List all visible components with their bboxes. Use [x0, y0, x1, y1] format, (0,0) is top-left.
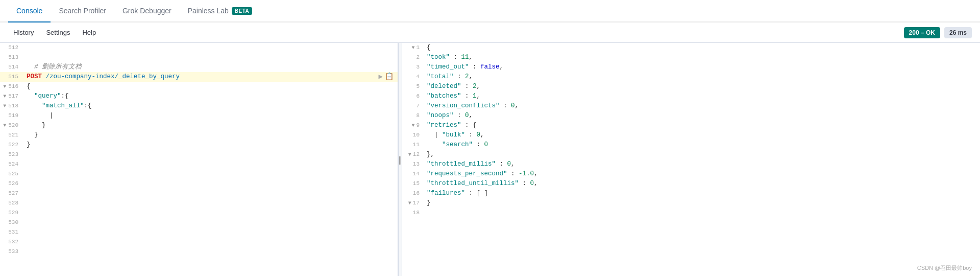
line-num: 16: [406, 189, 425, 198]
line-num: 18: [406, 208, 425, 218]
help-button[interactable]: Help: [77, 27, 101, 38]
table-row: 11 "search" : 0: [406, 140, 980, 150]
line-content: [24, 53, 398, 62]
line-num: 526: [0, 179, 24, 189]
table-row: 10 | "bulk" : 0,: [406, 130, 980, 140]
line-num: 512: [0, 43, 24, 53]
table-row: 523: [0, 150, 398, 159]
fold-arrow[interactable]: ▼: [411, 121, 414, 130]
line-content: "noops" : 0,: [425, 111, 473, 121]
run-icon[interactable]: ▶: [379, 72, 383, 82]
table-row: 526: [0, 179, 398, 189]
table-row: ▼17 }: [406, 198, 980, 208]
line-num: 527: [0, 189, 24, 198]
table-row: 14 "requests_per_second" : -1.0,: [406, 169, 980, 179]
line-num: 525: [0, 169, 24, 179]
tab-grok-debugger[interactable]: Grok Debugger: [114, 0, 180, 22]
right-code-lines: ▼1 { 2 "took" : 11, 3 "timed_out" : fals…: [402, 43, 980, 276]
line-content: {: [425, 43, 431, 53]
line-content: [24, 43, 398, 53]
fold-arrow[interactable]: ▼: [3, 101, 6, 111]
line-num: 8: [406, 111, 425, 121]
settings-button[interactable]: Settings: [41, 27, 75, 38]
line-num: 5: [406, 82, 425, 91]
table-row: 8 "noops" : 0,: [406, 111, 980, 121]
line-content: |: [24, 111, 398, 121]
table-row: 18: [406, 208, 980, 218]
copy-icon[interactable]: 📋: [385, 72, 394, 82]
table-row: 519 |: [0, 111, 398, 121]
line-num: 3: [406, 62, 425, 72]
line-num: ▼1: [406, 43, 425, 53]
line-num: 522: [0, 140, 24, 150]
line-content: "requests_per_second" : -1.0,: [425, 169, 538, 179]
line-content: # 删除所有文档: [24, 62, 398, 72]
line-num: 7: [406, 101, 425, 111]
line-content: }: [24, 121, 398, 130]
line-content: }: [24, 130, 398, 140]
line-content: }: [425, 198, 431, 208]
fold-arrow[interactable]: ▼: [3, 82, 6, 91]
line-num: 11: [406, 140, 425, 150]
line-content: POST /zou-company-index/_delete_by_query: [24, 72, 379, 82]
fold-arrow[interactable]: ▼: [3, 121, 6, 130]
table-row: 512: [0, 43, 398, 53]
line-num: 521: [0, 130, 24, 140]
table-row: 4 "total" : 2,: [406, 72, 980, 82]
table-row: 527: [0, 189, 398, 198]
line-num: 15: [406, 179, 425, 189]
line-num: 524: [0, 159, 24, 169]
line-content: "version_conflicts" : 0,: [425, 101, 519, 111]
line-num: ▼12: [406, 150, 425, 159]
table-row: ▼12 },: [406, 150, 980, 159]
line-content: {: [24, 82, 398, 91]
fold-arrow[interactable]: ▼: [3, 91, 6, 101]
table-row: 525: [0, 169, 398, 179]
table-row: 3 "timed_out" : false,: [406, 62, 980, 72]
editor-area: 512 513 514 # 删除所有文档 515 POST /zou-compa…: [0, 43, 980, 276]
table-row: ▼518 "match_all":{: [0, 101, 398, 111]
line-num: 532: [0, 237, 24, 247]
beta-badge: BETA: [232, 7, 252, 15]
right-pane: ▼1 { 2 "took" : 11, 3 "timed_out" : fals…: [402, 43, 980, 276]
fold-arrow[interactable]: ▼: [408, 150, 411, 159]
pane-divider[interactable]: ‖: [398, 43, 402, 276]
history-button[interactable]: History: [8, 27, 39, 38]
table-row: ▼9 "retries" : {: [406, 121, 980, 130]
table-row: ▼516 {: [0, 82, 398, 91]
line-content: "total" : 2,: [425, 72, 473, 82]
line-num: 528: [0, 198, 24, 208]
tab-painless-lab[interactable]: Painless Lab BETA: [180, 0, 261, 22]
table-row: 13 "throttled_millis" : 0,: [406, 159, 980, 169]
line-num: 531: [0, 227, 24, 237]
status-area: 200 – OK 26 ms: [904, 27, 972, 38]
table-row: 532: [0, 237, 398, 247]
line-num: 533: [0, 247, 24, 257]
table-row: 531: [0, 227, 398, 237]
table-row: 521 }: [0, 130, 398, 140]
tab-console[interactable]: Console: [8, 0, 51, 22]
line-num: 513: [0, 53, 24, 62]
line-num: 529: [0, 208, 24, 218]
line-content: "throttled_until_millis" : 0,: [425, 179, 538, 189]
line-actions: ▶ 📋: [379, 72, 398, 82]
table-row: 524: [0, 159, 398, 169]
tab-search-profiler[interactable]: Search Profiler: [51, 0, 114, 22]
table-row: ▼520 }: [0, 121, 398, 130]
line-content: [425, 208, 427, 218]
left-pane: 512 513 514 # 删除所有文档 515 POST /zou-compa…: [0, 43, 398, 276]
table-row: ▼1 {: [406, 43, 980, 53]
line-num: ▼518: [0, 101, 24, 111]
fold-arrow[interactable]: ▼: [411, 43, 414, 53]
table-row: 529: [0, 208, 398, 218]
table-row: 528: [0, 198, 398, 208]
line-num: 514: [0, 62, 24, 72]
line-num: 530: [0, 218, 24, 227]
line-num: 523: [0, 150, 24, 159]
line-num: 4: [406, 72, 425, 82]
line-num: 13: [406, 159, 425, 169]
table-row: 515 POST /zou-company-index/_delete_by_q…: [0, 72, 398, 82]
fold-arrow[interactable]: ▼: [408, 198, 411, 208]
line-num: 10: [406, 130, 425, 140]
line-content: | "bulk" : 0,: [425, 130, 484, 140]
